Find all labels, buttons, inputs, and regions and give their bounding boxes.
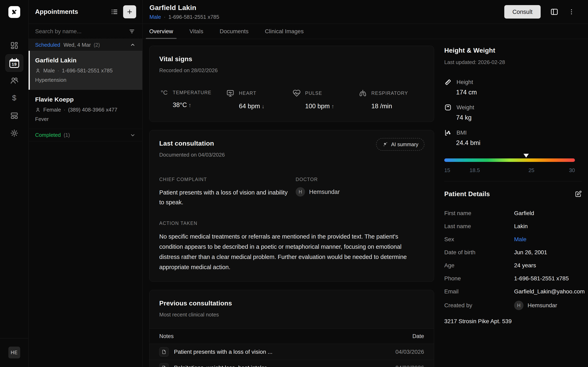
ai-summary-button[interactable]: AI summary [376, 138, 424, 151]
file-icon [159, 363, 169, 367]
plus-icon [126, 8, 133, 15]
more-options-button[interactable] [568, 8, 575, 15]
person-icon [35, 107, 41, 113]
metric-respiratory: RESPIRATORY 18 /min [358, 89, 424, 110]
scheduled-label: Scheduled [35, 42, 60, 48]
toggle-panel-button[interactable] [550, 8, 559, 16]
chevron-down-icon [130, 132, 136, 138]
rail-item-dashboard[interactable] [0, 37, 28, 54]
heart-pulse-icon [292, 89, 302, 97]
table-row[interactable]: Patient presents with a loss of vision .… [149, 344, 434, 360]
patient-condition: Hypertension [35, 77, 136, 83]
action-taken-text: No specific medical treatments or referr… [159, 231, 423, 272]
section-scheduled[interactable]: Scheduled Wed, 4 Mar (2) [29, 39, 142, 51]
search-row [29, 24, 142, 39]
tab-vitals[interactable]: Vitals [190, 24, 203, 39]
detail-row-last-name: Last name Lakin [444, 220, 582, 233]
monitor-heart-icon [225, 89, 235, 97]
rail-item-billing[interactable]: $ [0, 89, 28, 107]
scheduled-count: (2) [94, 42, 100, 48]
height-metric: Height 174 cm [444, 78, 582, 96]
header-phone: 1-696-581-2551 x785 [168, 14, 219, 20]
user-avatar[interactable]: HE [8, 347, 20, 359]
completed-count: (1) [64, 132, 70, 138]
icon-rail: 19 $ [0, 0, 29, 367]
rail-footer: HE [0, 338, 28, 367]
tab-clinical-images[interactable]: Clinical Images [265, 24, 303, 39]
detail-row-age: Age 24 years [444, 259, 582, 272]
panels-icon [10, 111, 18, 120]
users-icon [10, 76, 19, 85]
list-view-button[interactable] [111, 8, 118, 16]
tab-overview[interactable]: Overview [149, 24, 173, 39]
rail-item-patients[interactable] [0, 72, 28, 89]
search-input[interactable] [35, 28, 129, 35]
add-appointment-button[interactable] [123, 5, 136, 18]
patient-card-flavie[interactable]: Flavie Koepp Female · (389) 408-3966 x47… [29, 90, 142, 129]
trend-up-icon: ↑ [331, 103, 334, 109]
appointments-header: Appointments [29, 0, 142, 24]
rail-item-appointments[interactable]: 19 [0, 54, 28, 72]
tab-documents[interactable]: Documents [220, 24, 249, 39]
scheduled-date: Wed, 4 Mar [63, 42, 91, 48]
chevron-up-icon [130, 42, 136, 48]
table-row[interactable]: Palpitations, weight loss, heat intoler.… [149, 360, 434, 367]
creator-avatar: H [514, 301, 523, 310]
weight-metric: Weight 74 kg [444, 104, 582, 121]
patient-side-panel: Height & Weight Last updated: 2026-02-28… [441, 39, 588, 367]
detail-row-created-by: Created by H Hemsundar [444, 298, 582, 313]
edit-patient-button[interactable] [575, 191, 582, 198]
list-icon [111, 8, 118, 16]
rail-item-layout[interactable] [0, 107, 28, 124]
last-consultation-card: Last consultation Documented on 04/03/20… [149, 130, 434, 282]
vital-signs-title: Vital signs [159, 55, 424, 63]
app-window: 19 $ [0, 0, 588, 367]
bmi-tick: 18.5 [470, 167, 480, 174]
dashboard-icon [10, 41, 18, 50]
overview-scroll-area: Vital signs Recorded on 28/02/2026 °C TE… [143, 39, 441, 367]
header-sex-link[interactable]: Male [149, 14, 161, 20]
scale-icon [444, 104, 452, 111]
patient-sex: Female [43, 107, 61, 113]
kebab-icon [568, 8, 575, 15]
metric-heart: HEART 64 bpm↓ [225, 89, 292, 110]
rail-item-settings[interactable] [0, 124, 28, 142]
filter-icon [129, 28, 135, 35]
patient-card-garfield[interactable]: Garfield Lakin Male · 1-696-581-2551 x78… [29, 51, 142, 90]
patient-phone: 1-696-581-2551 x785 [62, 67, 113, 74]
calendar-19-icon: 19 [9, 59, 19, 68]
bmi-metric: BMI 24.4 bmi [444, 129, 582, 147]
vital-signs-subtitle: Recorded on 28/02/2026 [159, 67, 424, 74]
bmi-chart-icon [444, 129, 452, 136]
rail-active-indicator: 19 [5, 54, 23, 72]
filter-button[interactable] [129, 28, 135, 35]
previous-consultations-title: Previous consultations [159, 300, 424, 307]
height-weight-updated: Last updated: 2026-02-28 [444, 59, 582, 66]
lungs-icon [358, 89, 368, 97]
previous-consultations-subtitle: Most recent clinical notes [159, 312, 424, 318]
patient-phone: (389) 408-3966 x477 [68, 107, 117, 113]
rail-nav: 19 $ [0, 37, 28, 142]
edit-icon [575, 191, 582, 198]
detail-row-first-name: First name Garfield [444, 207, 582, 220]
bmi-ticks: 15 18.5 25 30 [444, 167, 575, 174]
logo-x-icon [11, 8, 18, 16]
app-logo[interactable] [8, 6, 20, 18]
bmi-scale [444, 158, 575, 162]
chief-complaint-block: CHIEF COMPLAINT Patient presents with a … [159, 177, 296, 207]
patient-address: 3217 Strosin Pike Apt. 539 [444, 318, 582, 325]
doctor-name: Hemsundar [309, 189, 340, 195]
column-notes: Notes [159, 333, 174, 340]
sex-value-link[interactable]: Male [514, 236, 527, 243]
vital-signs-card: Vital signs Recorded on 28/02/2026 °C TE… [149, 46, 434, 122]
detail-row-email: Email Garfield_Lakin@yahoo.com [444, 285, 582, 298]
celsius-icon: °C [159, 89, 169, 96]
completed-label: Completed [35, 132, 61, 138]
consult-button[interactable]: Consult [504, 5, 541, 18]
trend-up-icon: ↑ [189, 102, 191, 108]
page-title: Garfield Lakin [149, 4, 219, 12]
ruler-icon [444, 78, 452, 86]
metric-pulse: PULSE 100 bpm↑ [292, 89, 358, 110]
section-completed[interactable]: Completed (1) [29, 129, 142, 141]
appointments-title: Appointments [35, 8, 78, 16]
